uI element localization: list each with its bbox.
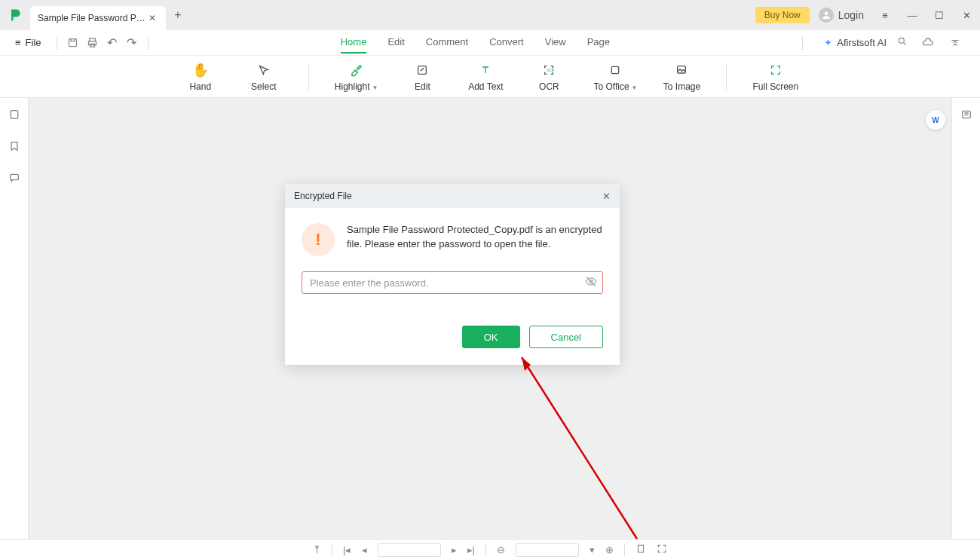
tool-select[interactable]: Select (245, 62, 283, 92)
ok-button[interactable]: OK (462, 326, 520, 348)
edit-icon (416, 62, 428, 78)
zoom-level-input[interactable] (516, 543, 579, 557)
toggle-password-visibility-icon[interactable] (585, 276, 597, 290)
hand-icon: ✋ (192, 62, 209, 78)
tool-to-office[interactable]: To Office▼ (593, 62, 637, 92)
tab-view[interactable]: View (545, 32, 566, 54)
save-icon[interactable] (63, 33, 83, 53)
comment-icon[interactable] (8, 172, 20, 187)
toolbar: ✋ Hand Select Highlight▼ Edit Add Text O… (0, 56, 980, 98)
text-icon (479, 62, 492, 78)
prev-page-icon[interactable]: ◂ (362, 544, 367, 555)
ocr-icon: OCR (543, 62, 555, 78)
image-icon (675, 62, 688, 78)
close-window-icon[interactable]: ✕ (953, 0, 980, 30)
collapse-ribbon-icon[interactable] (945, 33, 965, 53)
cancel-button[interactable]: Cancel (529, 326, 603, 348)
svg-point-0 (824, 11, 828, 15)
new-tab-button[interactable]: + (166, 3, 190, 27)
fullscreen-icon (770, 62, 782, 78)
dialog-message: Sample File Password Protected_Copy.pdf … (347, 223, 603, 252)
maximize-icon[interactable]: ☐ (926, 0, 953, 30)
search-icon[interactable] (897, 36, 908, 50)
tool-to-image[interactable]: To Image (663, 62, 700, 92)
password-input[interactable] (302, 271, 603, 294)
tool-hand[interactable]: ✋ Hand (182, 62, 219, 92)
next-page-icon[interactable]: ▸ (452, 544, 457, 555)
tool-edit[interactable]: Edit (403, 62, 441, 92)
fullscreen-status-icon[interactable] (657, 543, 667, 556)
chevron-down-icon: ▼ (632, 84, 638, 91)
statusbar: ⤒ |◂ ◂ ▸ ▸| ⊖ ▾ ⊕ (0, 539, 980, 560)
dialog-title: Encrypted File (294, 191, 602, 201)
svg-rect-11 (10, 174, 18, 179)
bookmark-icon[interactable] (8, 140, 20, 155)
tab-convert[interactable]: Convert (489, 32, 524, 54)
tool-highlight[interactable]: Highlight▼ (335, 62, 378, 92)
cursor-icon (258, 62, 270, 78)
file-menu[interactable]: ≡ File (15, 37, 41, 48)
last-page-icon[interactable]: ▸| (467, 544, 475, 555)
app-logo (0, 0, 30, 30)
first-page-icon[interactable]: |◂ (343, 544, 351, 555)
buy-now-button[interactable]: Buy Now (755, 7, 810, 23)
svg-rect-10 (11, 111, 17, 119)
right-rail (951, 98, 980, 539)
svg-point-5 (899, 38, 904, 43)
hamburger-menu-icon[interactable]: ≡ (871, 0, 899, 30)
page-number-input[interactable] (378, 543, 441, 557)
user-avatar-icon (819, 8, 834, 23)
cloud-icon[interactable] (918, 33, 938, 53)
login-label: Login (838, 9, 864, 21)
sparkle-icon: ✦ (824, 37, 832, 48)
tab-page[interactable]: Page (587, 32, 610, 54)
svg-rect-16 (638, 545, 643, 552)
svg-rect-8 (612, 66, 619, 73)
dialog-close-icon[interactable]: ✕ (602, 191, 611, 202)
tab-home[interactable]: Home (341, 32, 367, 54)
document-tab[interactable]: Sample File Password Pr... ✕ (30, 6, 166, 30)
tool-ocr[interactable]: OCR OCR (530, 62, 568, 92)
undo-icon[interactable]: ↶ (103, 33, 122, 53)
tool-full-screen[interactable]: Full Screen (752, 62, 798, 92)
warning-icon: ! (302, 223, 335, 256)
left-rail (0, 98, 29, 539)
tab-comment[interactable]: Comment (426, 32, 468, 54)
thumbnails-icon[interactable] (8, 109, 20, 124)
chevron-down-icon: ▼ (372, 84, 378, 91)
highlighter-icon (350, 62, 363, 78)
zoom-out-icon[interactable]: ⊖ (497, 544, 505, 555)
scroll-top-icon[interactable]: ⤒ (313, 544, 321, 555)
login-button[interactable]: Login (819, 8, 864, 23)
fit-page-icon[interactable] (635, 543, 646, 556)
ai-label: Afirstsoft AI (837, 37, 887, 48)
tool-add-text[interactable]: Add Text (467, 62, 504, 92)
dialog-titlebar: Encrypted File ✕ (285, 184, 620, 208)
convert-to-word-badge[interactable]: W (926, 110, 945, 130)
titlebar: Sample File Password Pr... ✕ + Buy Now L… (0, 0, 980, 30)
close-tab-icon[interactable]: ✕ (146, 13, 158, 23)
svg-rect-1 (69, 39, 77, 47)
redo-icon[interactable]: ↷ (122, 33, 142, 53)
hamburger-icon: ≡ (15, 37, 21, 48)
ai-button[interactable]: ✦ Afirstsoft AI (824, 37, 887, 48)
zoom-dropdown-icon[interactable]: ▾ (590, 544, 595, 555)
minimize-icon[interactable]: — (899, 0, 926, 30)
zoom-in-icon[interactable]: ⊕ (605, 544, 614, 555)
tab-edit[interactable]: Edit (387, 32, 404, 54)
file-label: File (26, 37, 41, 48)
encrypted-file-dialog: Encrypted File ✕ ! Sample File Password … (285, 184, 620, 365)
svg-rect-9 (678, 66, 686, 72)
panel-icon[interactable] (960, 109, 972, 124)
svg-text:OCR: OCR (547, 69, 555, 72)
menubar: ≡ File ↶ ↷ Home Edit Comment Convert Vie… (0, 30, 980, 56)
office-icon (609, 62, 621, 78)
tab-title: Sample File Password Pr... (38, 13, 146, 23)
print-icon[interactable] (83, 33, 103, 53)
